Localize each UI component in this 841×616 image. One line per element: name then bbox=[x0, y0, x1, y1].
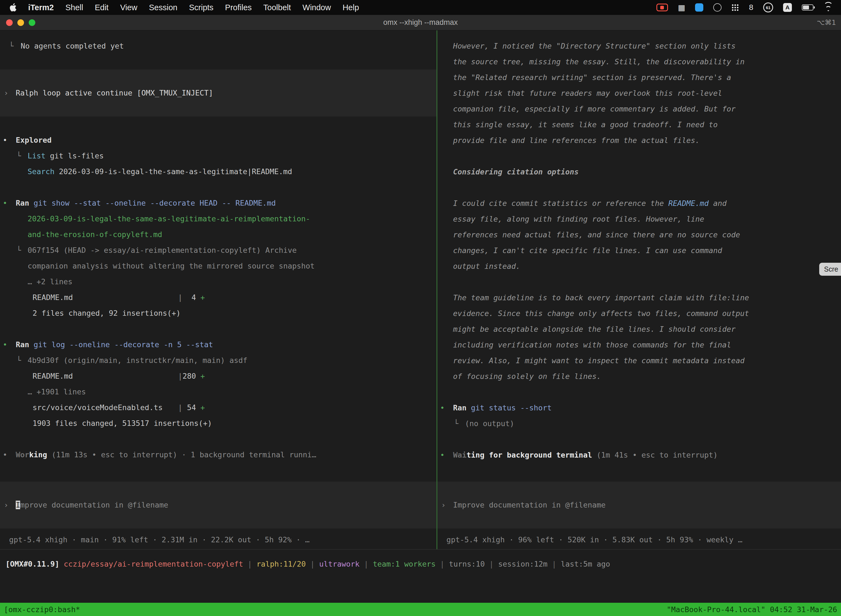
wifi-icon[interactable] bbox=[823, 4, 833, 11]
search-args: 2026-03-09-is-legal-the-same-as-legitima… bbox=[59, 167, 292, 176]
commit-text: 4b9d30f (origin/main, instructkr/main, m… bbox=[28, 356, 248, 365]
tree-branch: └ bbox=[16, 352, 21, 368]
menu-toolbelt[interactable]: Toolbelt bbox=[263, 3, 291, 12]
ran-verb: Ran bbox=[16, 199, 29, 207]
diff-summary-line: 1903 files changed, 513517 insertions(+) bbox=[0, 415, 437, 431]
waiting-status-line: •Waiting for background terminal (1m 41s… bbox=[437, 447, 841, 463]
thinking-block: However, I noticed the "Directory Struct… bbox=[437, 38, 841, 384]
tmux-panes: └No agents completed yet ›Ralph loop act… bbox=[0, 30, 841, 549]
omx-version: [OMX#0.11.9] bbox=[6, 560, 59, 568]
battery-nub bbox=[814, 6, 815, 9]
bullet-icon: • bbox=[3, 132, 7, 148]
menu-shell[interactable]: Shell bbox=[65, 3, 84, 12]
figure-icon[interactable]: 8 bbox=[749, 3, 753, 12]
stat-filename: README.md bbox=[32, 368, 178, 384]
menu-view[interactable]: View bbox=[120, 3, 137, 12]
waiting-detail: (1m 41s • esc to interrupt) bbox=[592, 451, 718, 459]
explored-search-line: Search2026-03-09-is-legal-the-same-as-le… bbox=[0, 164, 437, 179]
diff-summary-line: 2 files changed, 92 insertions(+) bbox=[0, 305, 437, 321]
tree-branch: └ bbox=[9, 38, 13, 54]
separator: | bbox=[306, 560, 319, 568]
prompt-chevron: › bbox=[4, 497, 8, 513]
model-status-line: gpt-5.4 xhigh · 96% left · 520K in · 5.8… bbox=[447, 532, 841, 547]
blue-app-icon[interactable] bbox=[695, 3, 703, 12]
screen-edge-tab[interactable]: Scre bbox=[819, 263, 841, 276]
ran-git-show-line: •Rangit show --stat --oneline --decorate… bbox=[0, 195, 437, 211]
working-label-bright: king bbox=[29, 450, 47, 459]
tree-branch: └ bbox=[16, 148, 21, 164]
prompt-chevron: › bbox=[441, 497, 445, 513]
commit-text: 067f154 (HEAD -> essay/ai-reimplementati… bbox=[28, 246, 315, 270]
inject-banner: ›Ralph loop active continue [OMX_TMUX_IN… bbox=[0, 70, 437, 116]
text-cursor: I bbox=[16, 501, 20, 509]
window-title-bar: omx --xhigh --madmax ⌥⌘1 bbox=[0, 15, 841, 30]
menu-iterm2[interactable]: iTerm2 bbox=[28, 3, 54, 12]
menu-status-icons: ▦ 8 61 A bbox=[656, 3, 833, 12]
left-pane[interactable]: └No agents completed yet ›Ralph loop act… bbox=[0, 30, 437, 549]
explored-header: •Explored bbox=[0, 132, 437, 148]
stat-pipe: | bbox=[178, 372, 182, 380]
grid-icon[interactable]: ▦ bbox=[678, 3, 685, 12]
right-pane[interactable]: However, I noticed the "Directory Struct… bbox=[437, 30, 841, 549]
omx-ralph-counter: ralph:11/20 bbox=[256, 560, 306, 568]
essay-filename-line1: 2026-03-09-is-legal-the-same-as-legitima… bbox=[0, 211, 437, 227]
prompt-input[interactable]: ›Improve documentation in @filename bbox=[0, 482, 437, 528]
tmux-status-bar: [omx-cczip0:bash* "MacBook-Pro-44.local"… bbox=[0, 603, 841, 616]
stat-plus: + bbox=[200, 403, 205, 412]
dots-grid-icon[interactable] bbox=[731, 4, 739, 11]
readme-link[interactable]: README.md bbox=[668, 199, 709, 208]
dark-app-icon[interactable] bbox=[713, 3, 722, 12]
thinking-text: I could cite commit statistics or refere… bbox=[453, 199, 668, 208]
apple-logo-icon[interactable] bbox=[9, 3, 16, 12]
commit-line: └067f154 (HEAD -> essay/ai-reimplementat… bbox=[0, 242, 324, 274]
omx-mode: ultrawork bbox=[319, 560, 359, 568]
prompt-input[interactable]: ›Improve documentation in @filename bbox=[437, 482, 841, 528]
thinking-paragraph: However, I noticed the "Directory Struct… bbox=[453, 38, 749, 148]
working-label-dim: Wor bbox=[16, 450, 29, 459]
no-output-line: └(no output) bbox=[437, 416, 841, 431]
separator: | bbox=[436, 560, 449, 568]
menu-profiles[interactable]: Profiles bbox=[225, 3, 252, 12]
omx-team: team:1 workers bbox=[373, 560, 436, 568]
hidden-lines-note: … +2 lines bbox=[0, 274, 437, 289]
diff-stat-line: README.md|4+ bbox=[0, 289, 437, 305]
screen-recording-indicator-icon[interactable] bbox=[656, 4, 668, 11]
menu-bar: iTerm2 Shell Edit View Session Scripts P… bbox=[0, 0, 841, 15]
working-status-line: •Working (11m 13s • esc to interrupt) · … bbox=[0, 447, 437, 462]
stat-count: 4 bbox=[182, 289, 196, 305]
menu-window[interactable]: Window bbox=[302, 3, 331, 12]
menu-scripts[interactable]: Scripts bbox=[189, 3, 214, 12]
tree-branch: └ bbox=[16, 242, 21, 258]
prompt-input-text: Improve documentation in @filename bbox=[437, 497, 841, 513]
battery-icon[interactable] bbox=[802, 4, 813, 10]
git-show-command: git show --stat --oneline --decorate HEA… bbox=[34, 199, 276, 207]
battery-gauge-icon[interactable]: 61 bbox=[763, 3, 773, 12]
battery-fill bbox=[803, 6, 809, 9]
stat-pipe: | bbox=[178, 403, 182, 412]
menu-session[interactable]: Session bbox=[149, 3, 177, 12]
omx-status-bar: [OMX#0.11.9]cczip/essay/ai-reimplementat… bbox=[0, 549, 841, 575]
ran-git-log-line: •Rangit log --oneline --decorate -n 5 --… bbox=[0, 337, 437, 352]
stat-count: 54 bbox=[182, 400, 196, 415]
menu-help[interactable]: Help bbox=[343, 3, 359, 12]
omx-session: session:12m bbox=[498, 560, 547, 568]
bullet-icon: • bbox=[440, 447, 444, 463]
thinking-paragraph: The team guideline is to back every impo… bbox=[453, 290, 749, 384]
git-log-command: git log --oneline --decorate -n 5 --stat bbox=[34, 340, 213, 349]
input-source-icon[interactable]: A bbox=[783, 3, 792, 12]
menu-edit[interactable]: Edit bbox=[95, 3, 108, 12]
list-verb: List bbox=[28, 151, 45, 160]
essay-filename-line2: and-the-erosion-of-copyleft.md bbox=[0, 227, 437, 242]
search-verb: Search bbox=[28, 167, 55, 176]
agents-note-text: No agents completed yet bbox=[21, 42, 124, 50]
thinking-paragraph: I could cite commit statistics or refere… bbox=[453, 195, 749, 274]
tmux-session-window: [omx-cczip0:bash* bbox=[4, 602, 80, 616]
explored-title: Explored bbox=[16, 136, 51, 144]
separator: | bbox=[359, 560, 373, 568]
waiting-label-bright: ting for background terminal bbox=[467, 451, 592, 459]
inject-banner-text: Ralph loop active continue [OMX_TMUX_INJ… bbox=[0, 85, 437, 101]
hidden-lines-note: … +1901 lines bbox=[0, 384, 437, 400]
git-status-command: git status --short bbox=[471, 403, 552, 412]
stat-pipe: | bbox=[178, 293, 182, 302]
window-title: omx --xhigh --madmax bbox=[0, 18, 841, 27]
